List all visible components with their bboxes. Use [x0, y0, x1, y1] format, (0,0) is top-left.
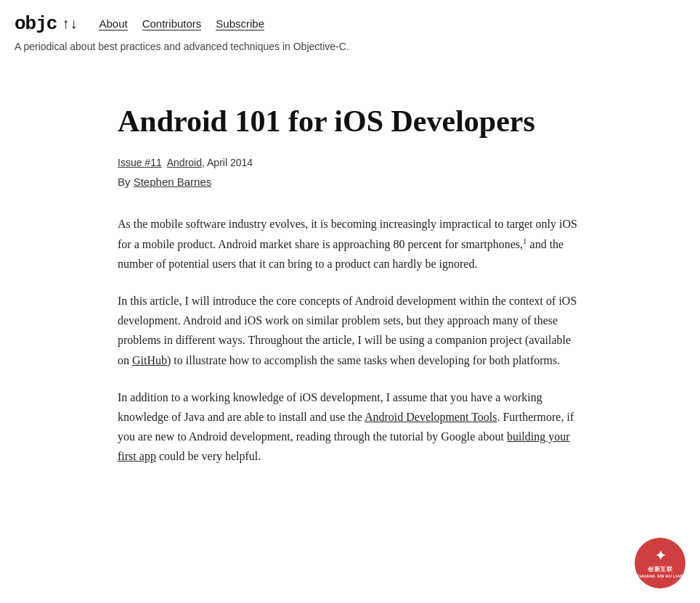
site-tagline: A periodical about best practices and ad…	[15, 41, 685, 52]
android-tools-link[interactable]: Android Development Tools	[365, 411, 497, 423]
paragraph-1: As the mobile software industry evolves,…	[118, 214, 582, 274]
main-content: Android 101 for iOS Developers Issue #11…	[103, 60, 597, 512]
nav-contributors[interactable]: Contributors	[142, 17, 202, 30]
header-top: objc ↑↓ About Contributors Subscribe	[15, 13, 685, 35]
article-body: As the mobile software industry evolves,…	[118, 214, 582, 466]
main-nav: About Contributors Subscribe	[99, 17, 264, 30]
author-link[interactable]: Stephen Barnes	[134, 176, 212, 188]
logo-text: objc	[15, 13, 57, 35]
article-author: By Stephen Barnes	[118, 176, 582, 188]
first-app-link[interactable]: building your first app	[118, 430, 570, 462]
paragraph-3: In addition to a working knowledge of iO…	[118, 387, 582, 467]
issue-link[interactable]: Issue #11	[118, 157, 162, 168]
article-title: Android 101 for iOS Developers	[118, 103, 582, 139]
watermark: ✦ 创新互联 CHUANG XIN HU LIAN	[635, 538, 685, 588]
watermark-icon: ✦	[655, 548, 666, 564]
logo-arrows: ↑↓	[61, 16, 77, 33]
site-header: objc ↑↓ About Contributors Subscribe A p…	[0, 0, 700, 60]
watermark-line2: CHUANG XIN HU LIAN	[637, 574, 683, 578]
article-meta: Issue #11 Android, April 2014	[118, 157, 582, 168]
nav-about[interactable]: About	[99, 17, 127, 30]
paragraph-2: In this article, I will introduce the co…	[118, 291, 582, 370]
github-link[interactable]: GitHub	[132, 354, 167, 366]
site-logo: objc ↑↓	[15, 13, 77, 35]
author-prefix: By	[118, 176, 134, 188]
watermark-line1: 创新互联	[648, 565, 672, 573]
meta-date: , April 2014	[202, 157, 253, 168]
tag-link[interactable]: Android	[167, 157, 202, 168]
nav-subscribe[interactable]: Subscribe	[216, 17, 264, 30]
